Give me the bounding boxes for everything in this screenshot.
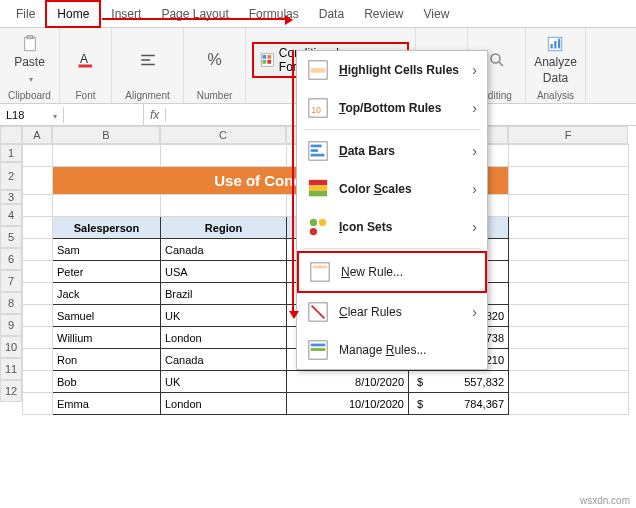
svg-rect-22 xyxy=(311,68,326,73)
paste-button[interactable]: Paste xyxy=(14,35,45,85)
percent-icon[interactable]: % xyxy=(207,51,221,69)
svg-rect-10 xyxy=(262,60,266,64)
menu-color-scales[interactable]: Color Scales xyxy=(297,170,487,208)
chevron-right-icon xyxy=(472,100,477,116)
group-font: Font xyxy=(66,88,105,101)
group-number: Number xyxy=(190,88,239,101)
tab-data[interactable]: Data xyxy=(309,2,354,26)
tab-review[interactable]: Review xyxy=(354,2,413,26)
col-head-b[interactable]: B xyxy=(52,126,160,144)
svg-rect-30 xyxy=(309,185,327,191)
svg-rect-40 xyxy=(311,344,326,347)
row-head-8[interactable]: 8 xyxy=(0,292,22,314)
menu-clear-rules[interactable]: Clear Rules xyxy=(297,293,487,331)
name-box[interactable]: L18 xyxy=(0,107,64,123)
data-bars-icon xyxy=(307,140,329,162)
col-head-f[interactable]: F xyxy=(508,126,628,144)
fx-icon[interactable]: fx xyxy=(144,108,166,122)
row-head-4[interactable]: 4 xyxy=(0,204,22,226)
menu-highlight-cells[interactable]: HHighlight Cells Rulesighlight Cells Rul… xyxy=(297,51,487,89)
tab-page-layout[interactable]: Page Layout xyxy=(151,2,238,26)
chevron-right-icon xyxy=(472,181,477,197)
tab-home[interactable]: Home xyxy=(45,0,101,28)
svg-point-15 xyxy=(491,54,500,63)
col-head-a[interactable]: A xyxy=(22,126,52,144)
tab-view[interactable]: View xyxy=(414,2,460,26)
row-head-2[interactable]: 2 xyxy=(0,162,22,190)
row-head-10[interactable]: 10 xyxy=(0,336,22,358)
group-alignment: Alignment xyxy=(118,88,177,101)
row-head-11[interactable]: 11 xyxy=(0,358,22,380)
svg-text:10: 10 xyxy=(312,106,322,115)
font-color-icon[interactable]: A xyxy=(77,51,95,69)
new-rule-icon xyxy=(309,261,331,283)
menu-data-bars[interactable]: Data Bars xyxy=(297,132,487,170)
top-bottom-icon: 10 xyxy=(307,97,329,119)
svg-text:A: A xyxy=(80,52,88,66)
svg-point-32 xyxy=(310,219,317,226)
cf-dropdown-menu: HHighlight Cells Rulesighlight Cells Rul… xyxy=(296,50,488,370)
svg-rect-29 xyxy=(309,180,327,186)
svg-rect-11 xyxy=(267,60,271,64)
tab-insert[interactable]: Insert xyxy=(101,2,151,26)
row-head-9[interactable]: 9 xyxy=(0,314,22,336)
svg-rect-9 xyxy=(267,55,271,59)
search-icon[interactable] xyxy=(488,51,506,69)
svg-rect-1 xyxy=(27,36,33,39)
svg-rect-0 xyxy=(24,37,35,51)
menu-new-rule[interactable]: New Rule... xyxy=(297,251,487,293)
row-head-12[interactable]: 12 xyxy=(0,380,22,402)
table-row[interactable]: EmmaLondon10/10/2020784,367 xyxy=(23,393,629,415)
cf-icon xyxy=(260,52,275,68)
row-head-5[interactable]: 5 xyxy=(0,226,22,248)
row-head-3[interactable]: 3 xyxy=(0,190,22,204)
svg-rect-19 xyxy=(555,41,557,49)
color-scales-icon xyxy=(307,178,329,200)
chevron-right-icon xyxy=(472,143,477,159)
row-head-7[interactable]: 7 xyxy=(0,270,22,292)
clipboard-icon xyxy=(21,35,39,53)
svg-rect-8 xyxy=(262,55,266,59)
col-head-c[interactable]: C xyxy=(160,126,286,144)
clear-rules-icon xyxy=(307,301,329,323)
svg-rect-41 xyxy=(311,348,326,351)
svg-rect-3 xyxy=(78,65,92,68)
chevron-right-icon xyxy=(472,304,477,320)
watermark: wsxdn.com xyxy=(580,495,630,506)
chevron-right-icon xyxy=(472,219,477,235)
group-analysis: Analysis xyxy=(532,88,579,101)
svg-rect-26 xyxy=(311,145,322,148)
row-head-1[interactable]: 1 xyxy=(0,144,22,162)
analyze-data-button[interactable]: Analyze Data xyxy=(534,35,577,85)
highlight-cells-icon xyxy=(307,59,329,81)
tab-file[interactable]: File xyxy=(6,2,45,26)
group-clipboard: Clipboard xyxy=(6,88,53,101)
table-row[interactable]: BobUK8/10/2020557,832 xyxy=(23,371,629,393)
svg-rect-36 xyxy=(313,266,328,269)
menu-top-bottom[interactable]: 10 Top/Bottom Rules xyxy=(297,89,487,127)
row-head-6[interactable]: 6 xyxy=(0,248,22,270)
menu-icon-sets[interactable]: Icon Sets xyxy=(297,208,487,246)
ribbon-tabs: File Home Insert Page Layout Formulas Da… xyxy=(0,0,636,28)
menu-manage-rules[interactable]: Manage Rules... xyxy=(297,331,487,369)
chevron-down-icon xyxy=(51,109,57,121)
svg-rect-28 xyxy=(311,154,325,157)
svg-rect-18 xyxy=(551,44,553,49)
svg-rect-27 xyxy=(311,149,318,152)
svg-rect-31 xyxy=(309,191,327,197)
col-header-region: Region xyxy=(161,217,287,239)
tab-formulas[interactable]: Formulas xyxy=(239,2,309,26)
col-header-salesperson: Salesperson xyxy=(53,217,161,239)
paste-label: Paste xyxy=(14,55,45,69)
svg-rect-20 xyxy=(558,39,560,49)
chevron-down-icon xyxy=(27,71,33,85)
analyze-icon xyxy=(546,35,564,53)
select-all-corner[interactable] xyxy=(0,126,22,144)
manage-rules-icon xyxy=(307,339,329,361)
svg-point-34 xyxy=(310,228,317,235)
svg-point-33 xyxy=(319,219,326,226)
align-icon[interactable] xyxy=(139,51,157,69)
svg-line-16 xyxy=(499,62,503,66)
chevron-right-icon xyxy=(472,62,477,78)
icon-sets-icon xyxy=(307,216,329,238)
